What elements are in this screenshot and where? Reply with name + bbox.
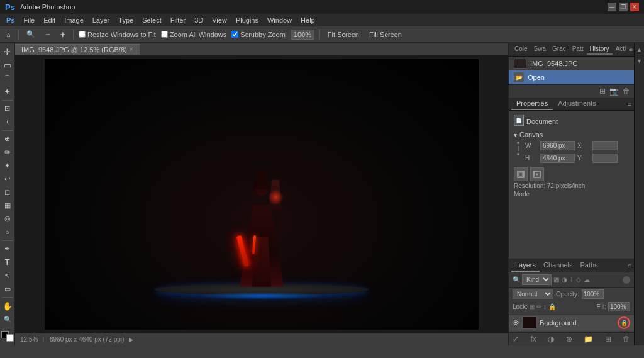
layer-row-background[interactable]: 👁 Background 🔒 [509, 315, 634, 331]
new-group-button[interactable]: 📁 [584, 335, 593, 344]
canvas-view[interactable] [15, 55, 508, 333]
menu-help[interactable]: Help [297, 15, 319, 25]
zoom-all-windows-checkbox-label[interactable]: Zoom All Windows [161, 31, 226, 38]
panel-menu-button[interactable]: ≡ [629, 46, 633, 53]
zoom-tool-button[interactable]: 🔍 [24, 29, 38, 40]
properties-menu-button[interactable]: ≡ [628, 101, 631, 108]
menu-edit[interactable]: Edit [40, 15, 59, 25]
lock-all-button[interactable]: 🔒 [548, 303, 556, 310]
menu-plugins[interactable]: Plugins [232, 15, 262, 25]
fill-input[interactable] [608, 302, 630, 311]
minimize-button[interactable]: — [608, 3, 616, 11]
tab-gradients[interactable]: Grac [549, 44, 569, 55]
color-swatches[interactable] [1, 331, 14, 341]
status-arrow[interactable]: ▶ [129, 337, 133, 343]
blend-mode-select[interactable]: Normal [513, 289, 553, 299]
filter-toggle[interactable] [623, 276, 630, 284]
tab-properties[interactable]: Properties [511, 98, 553, 110]
adjustment-layer-button[interactable]: ⊕ [566, 335, 572, 344]
width-input[interactable] [540, 141, 575, 150]
menu-layer[interactable]: Layer [89, 15, 114, 25]
layer-lock-button[interactable]: 🔒 [618, 316, 630, 329]
maximize-button[interactable]: ❐ [619, 3, 628, 11]
zoom-out-button[interactable]: − [43, 28, 53, 41]
resize-btn-2[interactable] [530, 167, 544, 181]
close-button[interactable]: ✕ [630, 3, 639, 11]
history-item-file[interactable]: IMG_9548.JPG [509, 57, 634, 70]
dodge-tool[interactable]: ○ [1, 226, 14, 238]
layers-menu-button[interactable]: ≡ [628, 262, 631, 269]
filter-type-icon[interactable]: T [570, 276, 574, 283]
tab-swatches[interactable]: Swa [531, 44, 549, 55]
menu-filter[interactable]: Filter [167, 15, 189, 25]
eyedropper-tool[interactable]: ⟨ [1, 116, 14, 128]
lasso-tool[interactable]: ⌒ [1, 72, 14, 84]
fill-screen-button[interactable]: Fill Screen [367, 30, 404, 40]
strip-expand-button[interactable]: ▼ [635, 57, 644, 65]
blur-tool[interactable]: ◎ [1, 213, 14, 225]
filter-adjust-icon[interactable]: ◑ [562, 276, 567, 283]
text-tool[interactable]: T [1, 256, 14, 269]
strip-collapse-button[interactable]: ▲ [635, 45, 644, 54]
canvas-collapse-arrow[interactable]: ▾ [514, 131, 517, 138]
tab-channels[interactable]: Channels [540, 259, 576, 272]
menu-type[interactable]: Type [114, 15, 137, 25]
fit-screen-button[interactable]: Fit Screen [325, 30, 362, 40]
zoom-value-input[interactable] [291, 30, 314, 40]
healing-tool[interactable]: ⊕ [1, 133, 14, 145]
new-layer-button[interactable]: ⊞ [605, 335, 611, 344]
menu-view[interactable]: View [208, 15, 231, 25]
tab-color[interactable]: Cole [511, 44, 531, 55]
y-input[interactable] [592, 154, 618, 163]
lock-transparent-button[interactable]: ⊞ [530, 303, 535, 310]
tab-history[interactable]: History [587, 44, 613, 55]
clone-tool[interactable]: ✦ [1, 159, 14, 172]
scrubby-zoom-checkbox-label[interactable]: Scrubby Zoom [231, 31, 286, 38]
brush-tool[interactable]: ✏ [1, 146, 14, 159]
tab-close-button[interactable]: × [130, 46, 133, 53]
scrubby-zoom-checkbox[interactable] [231, 31, 238, 38]
menu-file[interactable]: File [19, 15, 38, 25]
resize-windows-checkbox[interactable] [79, 31, 86, 38]
history-new-snapshot-button[interactable]: ⊞ [599, 87, 606, 96]
zoom-all-windows-checkbox[interactable] [161, 31, 168, 38]
filter-shape-icon[interactable]: ◇ [576, 276, 581, 283]
history-delete-button[interactable]: 🗑 [623, 87, 630, 96]
layer-mask-button[interactable]: ◑ [548, 335, 554, 344]
marquee-tool[interactable]: ▭ [1, 59, 14, 71]
tab-actions[interactable]: Acti [613, 44, 630, 55]
shapes-tool[interactable]: ▭ [1, 282, 14, 295]
path-select-tool[interactable]: ↖ [1, 269, 14, 282]
filter-smart-icon[interactable]: ☁ [584, 276, 590, 283]
filter-pixel-icon[interactable]: ▩ [553, 276, 559, 283]
tab-layers[interactable]: Layers [511, 259, 540, 272]
eraser-tool[interactable]: ◻ [1, 186, 14, 198]
document-tab[interactable]: IMG_9548.JPG @ 12.5% (RGB/8) × [15, 44, 140, 55]
layer-visibility-icon[interactable]: 👁 [513, 319, 519, 327]
menu-window[interactable]: Window [264, 15, 296, 25]
pen-tool[interactable]: ✒ [1, 243, 14, 255]
height-input[interactable] [540, 154, 575, 163]
menu-image[interactable]: Image [60, 15, 87, 25]
move-tool[interactable]: ✛ [1, 45, 14, 58]
resize-btn-1[interactable] [514, 167, 528, 181]
gradient-tool[interactable]: ▦ [1, 199, 14, 211]
history-camera-button[interactable]: 📷 [609, 87, 619, 96]
layer-effects-button[interactable]: fx [530, 335, 536, 344]
resize-windows-checkbox-label[interactable]: Resize Windows to Fit [79, 31, 156, 38]
history-item-open[interactable]: 📂 Open [509, 70, 634, 84]
lock-image-button[interactable]: ✏ [536, 303, 541, 310]
zoom-in-button[interactable]: + [58, 28, 68, 41]
menu-ps[interactable]: Ps [3, 15, 18, 25]
tab-patterns[interactable]: Patt [569, 44, 587, 55]
layers-kind-select[interactable]: Kind [522, 274, 552, 285]
lock-artboard-button[interactable]: ↕ [543, 303, 547, 310]
link-layers-button[interactable]: ⤢ [513, 335, 519, 344]
zoom-tool[interactable]: 🔍 [1, 313, 14, 325]
crop-tool[interactable]: ⊡ [1, 102, 14, 115]
background-color[interactable] [6, 334, 14, 342]
history-brush-tool[interactable]: ↩ [1, 172, 14, 185]
opacity-input[interactable] [582, 289, 604, 299]
tab-adjustments[interactable]: Adjustments [553, 98, 601, 110]
magic-wand-tool[interactable]: ✦ [1, 85, 14, 98]
